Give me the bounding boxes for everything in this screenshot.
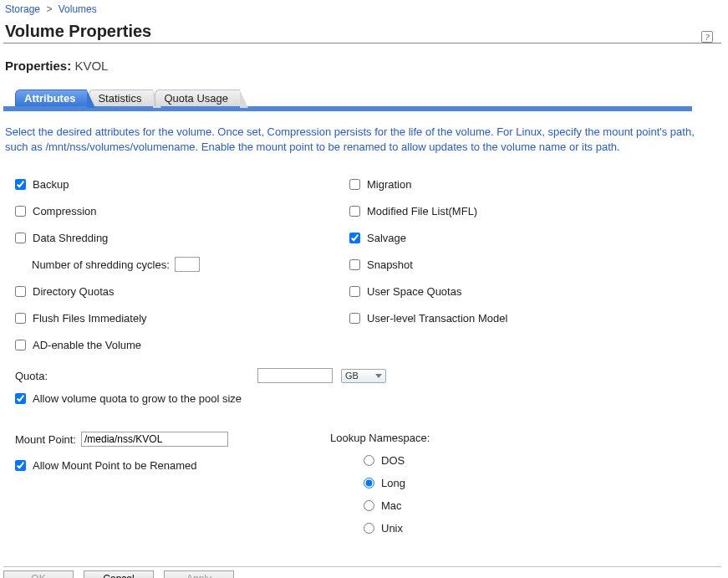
allow-quota-grow-checkbox[interactable] — [15, 393, 26, 404]
snapshot-label: Snapshot — [367, 258, 413, 271]
quota-input[interactable] — [257, 368, 333, 383]
lookup-dos-label: DOS — [381, 454, 405, 467]
tab-quota-usage[interactable]: Quota Usage — [155, 90, 240, 106]
lookup-dos-radio[interactable] — [364, 455, 374, 466]
directory-quotas-checkbox[interactable] — [15, 286, 26, 297]
lookup-mac-label: Mac — [381, 499, 402, 512]
properties-label: Properties: — [5, 59, 71, 73]
user-tx-checkbox[interactable] — [349, 313, 360, 324]
tab-statistics-label: Statistics — [98, 92, 141, 105]
flush-files-checkbox[interactable] — [15, 313, 26, 324]
breadcrumb-sep-icon: > — [43, 3, 55, 15]
compression-checkbox[interactable] — [15, 206, 26, 217]
migration-checkbox[interactable] — [349, 179, 360, 190]
page-title: Volume Properties — [5, 22, 151, 41]
shred-cycles-label: Number of shredding cycles: — [32, 258, 170, 271]
tab-strip: Attributes Statistics Quota Usage — [3, 90, 721, 106]
user-tx-label: User-level Transaction Model — [367, 312, 507, 325]
mount-point-input[interactable] — [81, 432, 228, 447]
compression-label: Compression — [33, 205, 97, 217]
ad-enable-checkbox[interactable] — [15, 340, 26, 350]
lookup-mac-radio[interactable] — [364, 500, 374, 511]
tab-underline — [3, 106, 692, 111]
lookup-long-label: Long — [381, 477, 405, 489]
quota-label: Quota: — [15, 370, 257, 382]
data-shredding-checkbox[interactable] — [15, 233, 26, 243]
help-icon[interactable]: ? — [701, 31, 713, 43]
user-space-quotas-checkbox[interactable] — [349, 286, 360, 297]
button-bar: OK Cancel Apply — [3, 566, 721, 578]
data-shredding-label: Data Shredding — [33, 232, 108, 244]
mount-point-label: Mount Point: — [15, 433, 76, 446]
properties-value: KVOL — [74, 59, 108, 73]
flush-files-label: Flush Files Immediately — [33, 312, 147, 325]
mfl-label: Modified File List(MFL) — [367, 205, 477, 217]
breadcrumb-storage[interactable]: Storage — [5, 3, 40, 15]
lookup-namespace-title: Lookup Namespace: — [330, 432, 430, 444]
tab-attributes-label: Attributes — [24, 92, 75, 105]
allow-quota-grow-label: Allow volume quota to grow to the pool s… — [33, 392, 242, 405]
quota-unit-select[interactable]: GB — [341, 369, 386, 383]
tab-statistics[interactable]: Statistics — [89, 90, 153, 106]
breadcrumb-volumes[interactable]: Volumes — [59, 3, 97, 15]
ok-button[interactable]: OK — [3, 570, 74, 578]
salvage-label: Salvage — [367, 232, 406, 244]
salvage-checkbox[interactable] — [349, 233, 360, 243]
lookup-unix-label: Unix — [381, 522, 403, 535]
intro-text: Select the desired attributes for the vo… — [5, 125, 710, 154]
migration-label: Migration — [367, 178, 411, 191]
mfl-checkbox[interactable] — [349, 206, 360, 217]
ad-enable-label: AD-enable the Volume — [33, 339, 141, 351]
allow-mount-rename-label: Allow Mount Point to be Renamed — [33, 459, 197, 472]
title-divider — [3, 43, 721, 43]
backup-label: Backup — [33, 178, 69, 191]
cancel-button[interactable]: Cancel — [84, 570, 154, 578]
breadcrumb: Storage > Volumes — [3, 3, 721, 20]
tab-quota-usage-label: Quota Usage — [164, 92, 228, 105]
properties-line: Properties: KVOL — [5, 59, 721, 73]
lookup-unix-radio[interactable] — [364, 523, 374, 534]
shred-cycles-input[interactable] — [175, 257, 200, 272]
apply-button[interactable]: Apply — [164, 570, 234, 578]
backup-checkbox[interactable] — [15, 179, 26, 190]
lookup-long-radio[interactable] — [364, 478, 374, 488]
directory-quotas-label: Directory Quotas — [33, 285, 115, 298]
snapshot-checkbox[interactable] — [349, 259, 360, 270]
user-space-quotas-label: User Space Quotas — [367, 285, 461, 298]
allow-mount-rename-checkbox[interactable] — [15, 460, 26, 471]
tab-attributes[interactable]: Attributes — [15, 90, 87, 106]
